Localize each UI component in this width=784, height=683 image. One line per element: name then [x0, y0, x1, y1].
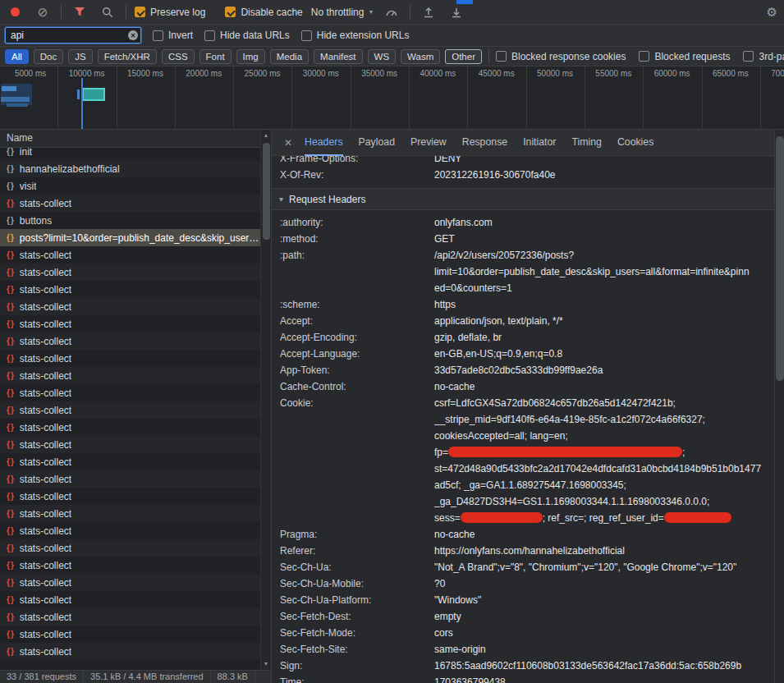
- request-row[interactable]: {}stats-collect: [0, 470, 271, 488]
- request-row[interactable]: {}stats-collect: [0, 539, 271, 557]
- export-har-icon[interactable]: [447, 2, 466, 22]
- disable-cache-checkbox[interactable]: Disable cache: [225, 7, 302, 18]
- request-row[interactable]: {}stats-collect: [0, 643, 271, 660]
- close-details-icon[interactable]: ✕: [284, 137, 292, 149]
- request-name: stats-collect: [20, 336, 71, 347]
- request-row[interactable]: {}stats-collect: [0, 281, 271, 298]
- request-row[interactable]: {}stats-collect: [0, 436, 271, 453]
- header-value-line: 202312261916-30670fa40e: [434, 167, 769, 183]
- type-filter-fetch-xhr[interactable]: Fetch/XHR: [98, 49, 157, 64]
- request-row[interactable]: {}stats-collect: [0, 574, 271, 591]
- type-filter-all[interactable]: All: [5, 49, 29, 64]
- request-name: stats-collect: [20, 560, 71, 571]
- type-filter-doc[interactable]: Doc: [34, 49, 63, 64]
- disclosure-triangle-icon: ▾: [279, 195, 283, 204]
- header-value: GET: [434, 231, 774, 247]
- header-name: Sec-Fetch-Dest:: [272, 608, 434, 625]
- type-filter-ws[interactable]: WS: [368, 49, 397, 64]
- hide-extension-urls-checkbox[interactable]: Hide extension URLs: [301, 30, 410, 41]
- scroll-down-icon[interactable]: ▼: [264, 661, 269, 667]
- filter-icon[interactable]: [70, 2, 89, 22]
- header-name: :authority:: [272, 214, 434, 231]
- checkbox-box: [639, 51, 649, 62]
- transferred-size: 35.1 kB / 4.4 MB transferred: [84, 671, 211, 683]
- timeline-tick: 60000 ms: [644, 66, 702, 129]
- invert-checkbox[interactable]: Invert: [153, 30, 193, 41]
- header-value-line: 16785:5aad9602cf110608b03133de563642fac1…: [434, 658, 769, 674]
- request-row[interactable]: {}hannahelizabethofficial: [0, 160, 271, 177]
- request-row[interactable]: {}stats-collect: [0, 591, 271, 608]
- tab-initiator[interactable]: Initiator: [523, 130, 556, 156]
- tab-timing[interactable]: Timing: [571, 130, 601, 156]
- record-network-log-button[interactable]: [5, 2, 25, 22]
- request-row[interactable]: {}stats-collect: [0, 298, 271, 315]
- request-row[interactable]: {}stats-collect: [0, 246, 271, 264]
- request-row[interactable]: {}stats-collect: [0, 522, 271, 539]
- filter-checkbox-3rd-party-requests[interactable]: 3rd-party requests: [743, 51, 784, 62]
- clear-filter-icon[interactable]: ✕: [128, 30, 138, 40]
- tab-preview[interactable]: Preview: [410, 130, 447, 156]
- type-filter-js[interactable]: JS: [68, 49, 92, 64]
- request-row[interactable]: {}buttons: [0, 212, 271, 229]
- request-row[interactable]: {}stats-collect: [0, 350, 271, 367]
- request-row[interactable]: {}stats-collect: [0, 626, 271, 643]
- request-row[interactable]: {}stats-collect: [0, 453, 271, 470]
- details-scrollbar[interactable]: [774, 130, 784, 683]
- request-row[interactable]: {}stats-collect: [0, 195, 271, 212]
- tab-response[interactable]: Response: [462, 130, 507, 156]
- type-filter-font[interactable]: Font: [199, 49, 232, 64]
- header-value: empty: [434, 608, 774, 625]
- network-conditions-icon[interactable]: [382, 2, 401, 22]
- request-row[interactable]: {}init: [0, 148, 271, 160]
- type-filter-media[interactable]: Media: [270, 49, 309, 64]
- request-row[interactable]: {}stats-collect: [0, 264, 271, 281]
- request-name: stats-collect: [20, 543, 71, 554]
- request-row[interactable]: {}stats-collect: [0, 384, 271, 401]
- request-row[interactable]: {}stats-collect: [0, 315, 271, 332]
- type-filter-css[interactable]: CSS: [162, 49, 195, 64]
- type-filter-manifest[interactable]: Manifest: [314, 49, 362, 64]
- waterfall-activity: [7, 103, 28, 107]
- filter-checkbox-blocked-requests[interactable]: Blocked requests: [639, 51, 730, 62]
- type-filter-other[interactable]: Other: [445, 49, 482, 64]
- clear-network-log-icon[interactable]: ⊘: [33, 2, 53, 22]
- request-row[interactable]: {}stats-collect: [0, 367, 271, 384]
- tab-headers[interactable]: Headers: [305, 130, 342, 156]
- request-row[interactable]: {}stats-collect: [0, 488, 271, 505]
- request-name: stats-collect: [20, 474, 71, 485]
- request-row[interactable]: {}stats-collect: [0, 332, 271, 350]
- header-row: Time:1703636799438: [272, 674, 774, 683]
- search-icon[interactable]: [98, 2, 117, 22]
- type-filter-img[interactable]: Img: [236, 49, 265, 64]
- network-filter-input[interactable]: [5, 27, 141, 44]
- timeline-tick: 70000 ms: [761, 66, 784, 129]
- hide-data-urls-checkbox[interactable]: Hide data URLs: [204, 30, 290, 41]
- settings-gear-icon[interactable]: ⚙: [767, 5, 777, 20]
- import-har-icon[interactable]: [419, 2, 438, 22]
- header-name: Sec-Ch-Ua:: [272, 559, 434, 575]
- header-row: Accept:application/json, text/plain, */*: [272, 313, 774, 329]
- tab-cookies[interactable]: Cookies: [617, 130, 653, 156]
- header-name: Time:: [272, 674, 434, 683]
- request-row[interactable]: {}stats-collect: [0, 557, 271, 574]
- request-row[interactable]: {}stats-collect: [0, 419, 271, 436]
- request-headers-section-header[interactable]: ▾ Request Headers: [272, 189, 774, 210]
- throttling-select[interactable]: No throttling ▼: [311, 7, 374, 18]
- request-row[interactable]: {}visit: [0, 177, 271, 195]
- type-filter-wasm[interactable]: Wasm: [401, 49, 440, 64]
- scroll-up-icon[interactable]: ▲: [264, 132, 269, 139]
- filter-checkbox-blocked-response-cookies[interactable]: Blocked response cookies: [496, 51, 626, 62]
- scrollbar-thumb[interactable]: [263, 143, 270, 240]
- name-column-header[interactable]: Name: [0, 130, 271, 148]
- preserve-log-checkbox[interactable]: Preserve log: [135, 7, 205, 18]
- request-row[interactable]: {}posts?limit=10&order=publish_date_desc…: [0, 229, 271, 246]
- request-row[interactable]: {}stats-collect: [0, 505, 271, 522]
- request-row[interactable]: {}stats-collect: [0, 401, 271, 419]
- requests-count: 33 / 381 requests: [0, 671, 84, 683]
- header-value: https://onlyfans.com/hannahelizabethoffi…: [434, 543, 774, 559]
- timeline-overview[interactable]: 5000 ms10000 ms15000 ms20000 ms25000 ms3…: [0, 66, 784, 130]
- request-row[interactable]: {}stats-collect: [0, 608, 271, 626]
- requests-scrollbar[interactable]: ▲ ▼: [260, 130, 271, 670]
- tab-payload[interactable]: Payload: [359, 130, 395, 156]
- scrollbar-thumb[interactable]: [776, 136, 784, 381]
